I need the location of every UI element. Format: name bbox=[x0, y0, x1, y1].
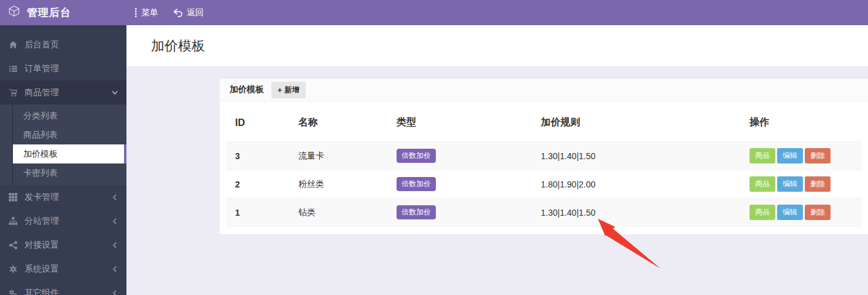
sidebar-subitem-product-list[interactable]: 商品列表 bbox=[0, 125, 126, 144]
sidebar-item-home[interactable]: 后台首页 bbox=[0, 33, 126, 57]
column-header: 类型 bbox=[387, 101, 532, 142]
type-badge: 倍数加价 bbox=[397, 149, 436, 163]
cell-rule: 1.30|1.40|1.50 bbox=[532, 199, 740, 227]
top-nav: 菜单 返回 bbox=[135, 7, 204, 18]
top-header: 管理后台 菜单 返回 bbox=[0, 0, 868, 25]
content-area: 加价模板 + 新增 ID名称类型加价规则操作 3流量卡倍数加价1.30|1.40… bbox=[126, 66, 868, 295]
cell-name: 粉丝类 bbox=[289, 170, 387, 199]
cell-type: 倍数加价 bbox=[387, 199, 532, 227]
markup-template-card: 加价模板 + 新增 ID名称类型加价规则操作 3流量卡倍数加价1.30|1.40… bbox=[220, 79, 868, 234]
return-arrow-icon bbox=[173, 9, 183, 17]
brand: 管理后台 bbox=[0, 5, 126, 20]
delete-button[interactable]: 删除 bbox=[805, 148, 831, 163]
page-title-bar: 加价模板 bbox=[126, 25, 868, 66]
chevron-left-icon bbox=[112, 218, 118, 224]
sidebar-item-system[interactable]: 系统设置 bbox=[0, 257, 126, 281]
cell-rule: 1.80|1.90|2.00 bbox=[532, 170, 740, 199]
brand-title: 管理后台 bbox=[27, 6, 71, 20]
delete-button[interactable]: 删除 bbox=[805, 205, 831, 220]
column-header: 名称 bbox=[289, 101, 387, 142]
cell-name: 钻类 bbox=[289, 199, 387, 227]
back-link[interactable]: 返回 bbox=[173, 7, 204, 18]
table-body: 3流量卡倍数加价1.30|1.40|1.50商品编辑删除2粉丝类倍数加价1.80… bbox=[226, 142, 862, 227]
chevron-left-icon bbox=[112, 266, 118, 272]
product-button[interactable]: 商品 bbox=[750, 148, 775, 163]
menu-dots-icon bbox=[135, 8, 138, 17]
cell-rule: 1.30|1.40|1.50 bbox=[532, 142, 740, 170]
menu-label: 菜单 bbox=[141, 7, 158, 18]
sidebar-item-label: 系统设置 bbox=[25, 264, 105, 275]
edit-button[interactable]: 编辑 bbox=[777, 205, 803, 220]
grid-icon bbox=[9, 193, 18, 202]
cell-name: 流量卡 bbox=[289, 142, 387, 170]
cell-actions: 商品编辑删除 bbox=[740, 170, 862, 199]
table-wrap: ID名称类型加价规则操作 3流量卡倍数加价1.30|1.40|1.50商品编辑删… bbox=[220, 101, 868, 227]
sidebar-item-substation[interactable]: 分站管理 bbox=[0, 209, 126, 233]
cart-icon bbox=[9, 88, 18, 97]
sidebar-item-label: 分站管理 bbox=[25, 216, 105, 227]
card-header: 加价模板 + 新增 bbox=[220, 79, 868, 101]
cell-actions: 商品编辑删除 bbox=[740, 199, 862, 227]
cell-type: 倍数加价 bbox=[387, 170, 532, 199]
chevron-left-icon bbox=[112, 242, 118, 248]
sidebar-item-card-issue[interactable]: 发卡管理 bbox=[0, 185, 126, 209]
back-label: 返回 bbox=[187, 7, 204, 18]
table-row: 1钻类倍数加价1.30|1.40|1.50商品编辑删除 bbox=[226, 199, 862, 227]
sidebar-item-label: 对接设置 bbox=[25, 240, 105, 251]
sidebar-item-components[interactable]: 其它组件 bbox=[0, 281, 126, 295]
sidebar-item-label: 订单管理 bbox=[25, 63, 118, 74]
table-row: 3流量卡倍数加价1.30|1.40|1.50商品编辑删除 bbox=[226, 142, 862, 170]
sidebar-item-products[interactable]: 商品管理 bbox=[0, 81, 126, 104]
card-title: 加价模板 bbox=[230, 84, 264, 95]
type-badge: 倍数加价 bbox=[397, 177, 436, 191]
cell-type: 倍数加价 bbox=[387, 142, 532, 170]
sidebar-item-orders[interactable]: 订单管理 bbox=[0, 57, 126, 81]
sidebar-subitem-card-code-list[interactable]: 卡密列表 bbox=[0, 163, 126, 183]
plus-icon: + bbox=[277, 85, 282, 95]
column-header: 操作 bbox=[740, 101, 862, 142]
cube-icon bbox=[8, 5, 20, 20]
sidebar-item-label: 商品管理 bbox=[25, 87, 105, 98]
sitemap-icon bbox=[9, 217, 18, 226]
edit-button[interactable]: 编辑 bbox=[777, 176, 803, 192]
page-title: 加价模板 bbox=[151, 37, 205, 55]
share-icon bbox=[9, 241, 18, 250]
delete-button[interactable]: 删除 bbox=[805, 176, 831, 192]
add-button-label: 新增 bbox=[285, 85, 300, 95]
cell-id: 2 bbox=[226, 170, 289, 199]
sidebar-item-label: 后台首页 bbox=[25, 39, 118, 50]
table-header-row: ID名称类型加价规则操作 bbox=[226, 101, 862, 142]
cell-actions: 商品编辑删除 bbox=[740, 142, 862, 170]
chevron-left-icon bbox=[112, 194, 118, 200]
sidebar-item-integration[interactable]: 对接设置 bbox=[0, 233, 126, 257]
cogs-icon bbox=[9, 289, 18, 295]
chevron-left-icon bbox=[112, 290, 118, 295]
main-area: 加价模板 加价模板 + 新增 ID名称类型加价规则操作 3流量卡倍数加价1.30… bbox=[126, 25, 868, 295]
table-row: 2粉丝类倍数加价1.80|1.90|2.00商品编辑删除 bbox=[226, 170, 862, 199]
submenu-products: 分类列表商品列表加价模板卡密列表 bbox=[0, 104, 126, 185]
column-header: ID bbox=[226, 101, 289, 142]
sidebar: 后台首页订单管理商品管理分类列表商品列表加价模板卡密列表发卡管理分站管理对接设置… bbox=[0, 25, 126, 295]
sidebar-subitem-markup-template[interactable]: 加价模板 bbox=[12, 144, 126, 163]
product-button[interactable]: 商品 bbox=[750, 176, 775, 192]
column-header: 加价规则 bbox=[532, 101, 740, 142]
home-icon bbox=[9, 41, 18, 49]
menu-toggle[interactable]: 菜单 bbox=[135, 7, 158, 18]
markup-template-table: ID名称类型加价规则操作 3流量卡倍数加价1.30|1.40|1.50商品编辑删… bbox=[226, 101, 862, 227]
type-badge: 倍数加价 bbox=[397, 205, 436, 219]
product-button[interactable]: 商品 bbox=[750, 205, 775, 220]
add-button[interactable]: + 新增 bbox=[271, 82, 306, 98]
cell-id: 1 bbox=[226, 199, 289, 227]
list-icon bbox=[9, 65, 18, 73]
sidebar-subitem-category-list[interactable]: 分类列表 bbox=[0, 106, 126, 125]
sidebar-item-label: 其它组件 bbox=[25, 288, 105, 295]
cell-id: 3 bbox=[226, 142, 289, 170]
chevron-down-icon bbox=[112, 90, 118, 96]
edit-button[interactable]: 编辑 bbox=[777, 148, 803, 163]
gear-icon bbox=[9, 265, 18, 273]
sidebar-item-label: 发卡管理 bbox=[25, 192, 105, 203]
